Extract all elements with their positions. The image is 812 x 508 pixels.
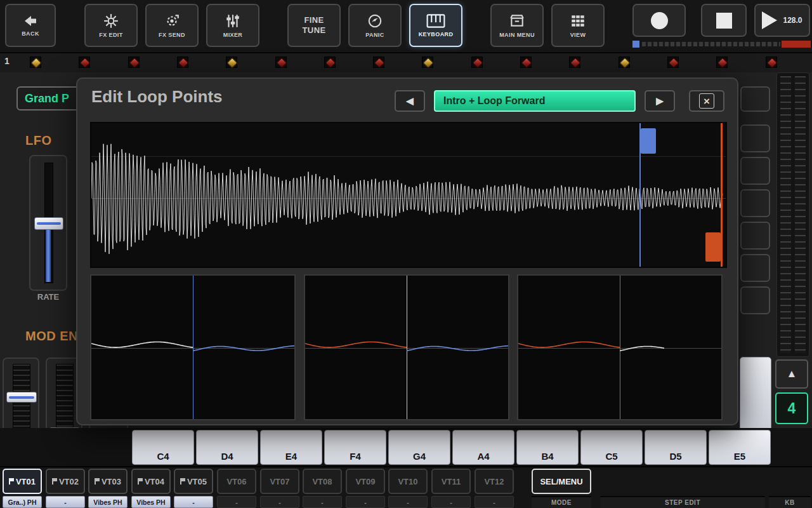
partial-key[interactable] bbox=[740, 357, 771, 429]
side-slot-button[interactable] bbox=[740, 189, 770, 217]
loop-mode-select[interactable]: Intro + Loop Forward bbox=[434, 90, 636, 112]
flag-icon bbox=[180, 478, 185, 485]
track-button-vt07[interactable]: VT07 bbox=[260, 469, 299, 494]
play-icon bbox=[762, 11, 777, 29]
track-button-vt05[interactable]: VT05 bbox=[174, 469, 213, 494]
track-button-vt02[interactable]: VT02 bbox=[46, 469, 85, 494]
piano-key-g4[interactable]: G4 bbox=[388, 430, 450, 465]
beat-gem[interactable] bbox=[128, 55, 140, 69]
sel-menu-button[interactable]: SEL/MENU bbox=[532, 469, 591, 494]
lfo-section-label: LFO bbox=[25, 133, 52, 148]
track-button-vt03[interactable]: VT03 bbox=[88, 469, 128, 494]
beat-gem[interactable] bbox=[176, 55, 189, 69]
track-button-vt04[interactable]: VT04 bbox=[131, 469, 171, 494]
beat-gem[interactable] bbox=[618, 55, 631, 69]
beat-gem[interactable] bbox=[225, 55, 238, 69]
progress-cue-marker bbox=[632, 41, 639, 48]
piano-key-f4[interactable]: F4 bbox=[324, 430, 386, 465]
slider-handle[interactable] bbox=[6, 392, 37, 403]
lfo-rate-slider[interactable] bbox=[29, 155, 67, 291]
keyboard-button[interactable]: KEYBOARD bbox=[409, 4, 462, 47]
loop-mode-next-button[interactable]: ▶ bbox=[645, 90, 675, 112]
back-button[interactable]: BACK bbox=[5, 4, 56, 47]
record-button[interactable] bbox=[632, 4, 686, 37]
side-slot-button[interactable] bbox=[740, 157, 770, 185]
fine-tune-button[interactable]: FINE TUNE bbox=[287, 4, 341, 47]
piano-key-c4[interactable]: C4 bbox=[132, 430, 194, 465]
side-slot-button[interactable] bbox=[740, 286, 770, 314]
main-waveform[interactable] bbox=[91, 123, 726, 267]
slider-handle[interactable] bbox=[34, 217, 63, 230]
side-slot-button[interactable] bbox=[740, 222, 770, 250]
loop-end-detail[interactable] bbox=[518, 276, 721, 419]
side-slot-button[interactable] bbox=[740, 86, 770, 112]
pitch-ribbon-scale bbox=[776, 72, 809, 357]
mixer-button[interactable]: MIXER bbox=[206, 4, 259, 47]
beat-gem[interactable] bbox=[765, 55, 778, 69]
key-label: D5 bbox=[669, 451, 681, 462]
piano-key-b4[interactable]: B4 bbox=[516, 430, 579, 465]
track-label: VT09 bbox=[355, 477, 375, 486]
fx-send-button[interactable]: FX SEND bbox=[145, 4, 199, 47]
track-button-vt11[interactable]: VT11 bbox=[431, 469, 471, 494]
beat-gem[interactable] bbox=[324, 55, 336, 69]
stop-button[interactable] bbox=[701, 4, 747, 37]
main-menu-button[interactable]: MAIN MENU bbox=[490, 4, 544, 47]
piano-key-e4[interactable]: E4 bbox=[260, 430, 322, 465]
loop-start-detail[interactable] bbox=[91, 276, 294, 419]
beat-gem[interactable] bbox=[716, 55, 728, 69]
beat-gem[interactable] bbox=[275, 55, 287, 69]
beat-gem[interactable] bbox=[520, 55, 532, 69]
track-button-vt10[interactable]: VT10 bbox=[388, 469, 428, 494]
fx-send-label: FX SEND bbox=[159, 32, 185, 38]
beat-gem[interactable] bbox=[421, 55, 434, 69]
track-button-vt09[interactable]: VT09 bbox=[346, 469, 385, 494]
piano-key-c5[interactable]: C5 bbox=[580, 430, 643, 465]
loop-start-handle[interactable] bbox=[641, 128, 656, 154]
right-arrow-icon: ▶ bbox=[656, 95, 664, 107]
beat-gem[interactable] bbox=[667, 55, 679, 69]
beat-gem[interactable] bbox=[471, 55, 483, 69]
piano-key-d5[interactable]: D5 bbox=[645, 430, 707, 465]
piano-key-d4[interactable]: D4 bbox=[196, 430, 258, 465]
loop-end-detail-panel[interactable] bbox=[517, 274, 723, 420]
track-button-vt06[interactable]: VT06 bbox=[217, 469, 256, 494]
side-slot-button[interactable] bbox=[740, 254, 770, 282]
piano-key-e5[interactable]: E5 bbox=[709, 430, 771, 465]
key-label: B4 bbox=[541, 451, 553, 462]
piano-key-a4[interactable]: A4 bbox=[452, 430, 514, 465]
play-button[interactable]: 128.0 bbox=[754, 4, 810, 37]
octave-up-button[interactable]: ▲ bbox=[775, 359, 808, 389]
track-sub-vt04: Vibes PH bbox=[131, 496, 171, 508]
archive-box-icon bbox=[509, 13, 525, 29]
loop-start-detail-panel[interactable] bbox=[90, 274, 296, 420]
stop-icon bbox=[716, 13, 732, 29]
loop-mode-prev-button[interactable]: ◀ bbox=[395, 90, 425, 112]
close-dialog-button[interactable]: × bbox=[689, 90, 724, 112]
page-number: 4 bbox=[788, 400, 796, 417]
crossfade-detail-panel[interactable] bbox=[304, 274, 509, 420]
crossfade-detail[interactable] bbox=[305, 276, 508, 419]
beat-gem[interactable] bbox=[372, 55, 385, 69]
track-button-vt12[interactable]: VT12 bbox=[475, 469, 514, 494]
panic-button[interactable]: PANIC bbox=[348, 4, 402, 47]
record-icon bbox=[651, 12, 668, 29]
view-button[interactable]: VIEW bbox=[551, 4, 605, 47]
octave-page-button[interactable]: 4 bbox=[775, 392, 808, 424]
waveform-overview[interactable] bbox=[90, 122, 727, 268]
edit-loop-points-dialog: Edit Loop Points ◀ Intro + Loop Forward … bbox=[76, 77, 738, 425]
view-label: VIEW bbox=[570, 32, 586, 38]
fx-edit-button[interactable]: FX EDIT bbox=[84, 4, 138, 47]
beat-gem[interactable] bbox=[29, 55, 42, 69]
beat-gem[interactable] bbox=[78, 55, 91, 69]
left-arrow-icon: ◀ bbox=[406, 95, 414, 107]
beat-gem[interactable] bbox=[568, 55, 581, 69]
side-slot-button[interactable] bbox=[740, 124, 770, 152]
loop-end-handle[interactable] bbox=[705, 232, 721, 262]
flag-icon bbox=[138, 478, 143, 485]
track-button-vt01[interactable]: VT01 bbox=[3, 469, 42, 494]
loop-end-line[interactable] bbox=[721, 123, 723, 267]
track-sub-vt12: - bbox=[475, 496, 514, 508]
track-button-vt08[interactable]: VT08 bbox=[303, 469, 342, 494]
loop-mode-value: Intro + Loop Forward bbox=[443, 95, 545, 107]
